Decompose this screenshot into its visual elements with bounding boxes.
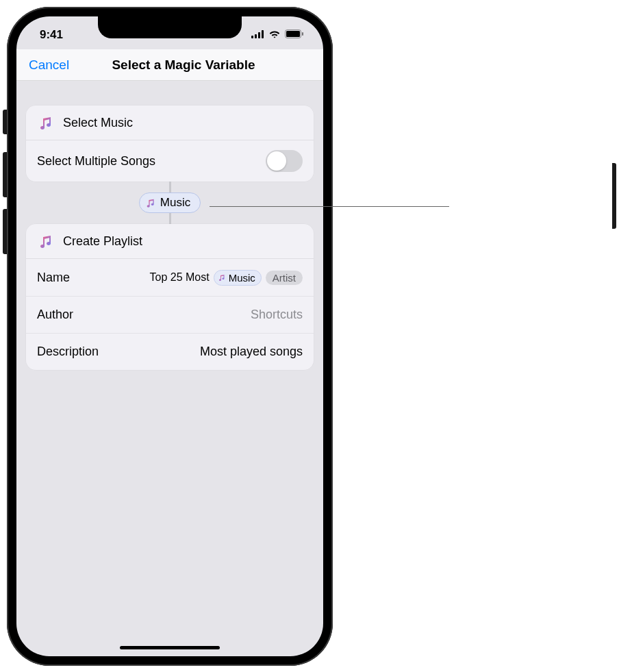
select-music-card[interactable]: Select Music Select Multiple Songs [26, 105, 314, 182]
magic-variable-container: Music [26, 192, 314, 213]
music-icon [218, 272, 226, 284]
create-playlist-title: Create Playlist [63, 234, 142, 249]
connector-line [169, 182, 171, 192]
description-value: Most played songs [200, 345, 303, 359]
name-row[interactable]: Name Top 25 Most Music Artist [26, 259, 314, 296]
notch [98, 16, 242, 38]
music-icon [145, 197, 156, 208]
status-indicators [251, 24, 304, 42]
magic-variable-label: Music [160, 196, 190, 210]
phone-frame: 9:41 Cancel Select a Magic Variable [7, 7, 333, 666]
select-multiple-toggle[interactable] [266, 150, 303, 172]
author-row[interactable]: Author Shortcuts [26, 296, 314, 333]
description-label: Description [37, 345, 99, 359]
cellular-icon [251, 28, 264, 42]
screen: 9:41 Cancel Select a Magic Variable [16, 16, 323, 656]
connector-line [169, 213, 171, 224]
svg-rect-3 [262, 30, 264, 38]
svg-rect-0 [251, 36, 253, 38]
status-time: 9:41 [40, 24, 94, 42]
author-label: Author [37, 308, 73, 322]
battery-icon [285, 28, 304, 42]
cancel-button[interactable]: Cancel [29, 58, 69, 73]
select-multiple-row: Select Multiple Songs [26, 140, 314, 182]
name-label: Name [37, 271, 70, 285]
music-pill-label: Music [229, 272, 255, 284]
svg-rect-1 [255, 34, 257, 38]
content-area: Select Music Select Multiple Songs Music [16, 81, 323, 370]
svg-rect-2 [258, 32, 260, 38]
svg-rect-5 [286, 31, 300, 37]
author-value: Shortcuts [251, 308, 303, 322]
wifi-icon [268, 28, 281, 42]
home-indicator[interactable] [120, 646, 220, 649]
callout-line [210, 206, 449, 207]
create-playlist-card[interactable]: Create Playlist Name Top 25 Most Music A… [26, 224, 314, 370]
select-music-header: Select Music [26, 105, 314, 140]
music-icon [37, 232, 55, 250]
music-icon [37, 114, 55, 132]
page-title: Select a Magic Variable [56, 58, 311, 73]
nav-bar: Cancel Select a Magic Variable [16, 49, 323, 81]
svg-rect-6 [302, 32, 303, 36]
name-text: Top 25 Most [150, 271, 210, 284]
select-multiple-label: Select Multiple Songs [37, 154, 155, 169]
create-playlist-header: Create Playlist [26, 224, 314, 259]
artist-tag[interactable]: Artist [266, 271, 303, 285]
music-variable-pill[interactable]: Music [214, 270, 262, 286]
name-value: Top 25 Most Music Artist [150, 270, 303, 286]
magic-variable-pill[interactable]: Music [139, 192, 201, 213]
select-music-title: Select Music [63, 116, 133, 130]
description-row[interactable]: Description Most played songs [26, 333, 314, 370]
